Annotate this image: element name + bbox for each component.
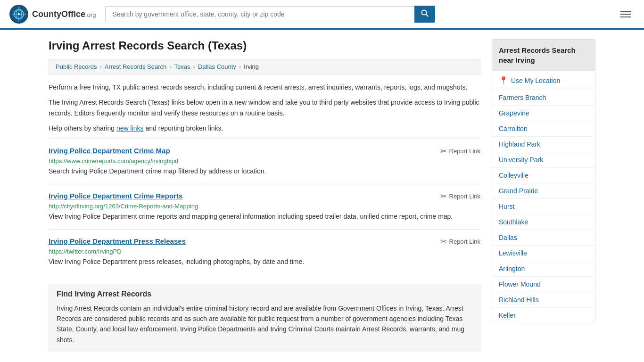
- report-link-0[interactable]: ✂ Report Link: [440, 147, 480, 156]
- use-location[interactable]: 📍 Use My Location: [492, 71, 595, 90]
- result-title-0[interactable]: Irving Police Department Crime Map: [49, 147, 170, 155]
- find-section: Find Irving Arrest Records Irving Arrest…: [49, 284, 480, 352]
- svg-point-6: [422, 10, 427, 15]
- results-container: Irving Police Department Crime Map ✂ Rep…: [49, 139, 480, 274]
- result-card: Irving Police Department Crime Map ✂ Rep…: [49, 139, 480, 184]
- result-title-2[interactable]: Irving Police Department Press Releases: [49, 237, 186, 245]
- description-3: Help others by sharing new links and rep…: [49, 123, 480, 133]
- nearby-link-5[interactable]: Colleyville: [492, 168, 595, 183]
- sidebar-list-item: Dallas: [492, 230, 595, 245]
- sidebar-list-item: Lewisville: [492, 245, 595, 261]
- result-card-header: Irving Police Department Press Releases …: [49, 237, 480, 246]
- breadcrumb-sep-4: ›: [239, 63, 241, 70]
- breadcrumb-current: Irving: [244, 63, 259, 70]
- search-input[interactable]: [105, 6, 414, 22]
- description-1: Perform a free Irving, TX public arrest …: [49, 82, 480, 92]
- nearby-link-12[interactable]: Flower Mound: [492, 277, 595, 292]
- use-location-label[interactable]: Use My Location: [511, 77, 560, 84]
- page-title: Irving Arrest Records Search (Texas): [49, 39, 480, 52]
- nearby-link-7[interactable]: Hurst: [492, 199, 595, 214]
- result-desc-2: View Irving Police Department press rele…: [49, 257, 480, 267]
- breadcrumb: Public Records › Arrest Records Search ›…: [49, 59, 480, 74]
- sidebar-list-item: Highland Park: [492, 136, 595, 152]
- nearby-link-13[interactable]: Richland Hills: [492, 292, 595, 307]
- site-header: CountyOffice.org: [0, 0, 644, 30]
- nearby-link-6[interactable]: Grand Prairie: [492, 183, 595, 198]
- menu-line-2: [620, 14, 631, 15]
- result-url-1[interactable]: http://cityofirving.org/1263/Crime-Repor…: [49, 203, 480, 210]
- report-icon-1: ✂: [440, 192, 446, 201]
- nearby-link-10[interactable]: Lewisville: [492, 246, 595, 261]
- sidebar-list-item: Keller: [492, 307, 595, 323]
- breadcrumb-sep-3: ›: [193, 63, 195, 70]
- new-links-link[interactable]: new links: [116, 124, 144, 132]
- result-card-header: Irving Police Department Crime Reports ✂…: [49, 192, 480, 201]
- sidebar-list-item: Hurst: [492, 198, 595, 214]
- breadcrumb-public-records[interactable]: Public Records: [56, 63, 97, 70]
- nearby-link-3[interactable]: Highland Park: [492, 137, 595, 152]
- nearby-link-1[interactable]: Grapevine: [492, 106, 595, 121]
- sidebar-list-item: Farmers Branch: [492, 90, 595, 105]
- nearby-link-2[interactable]: Carrollton: [492, 121, 595, 136]
- sidebar-list-item: Grand Prairie: [492, 183, 595, 198]
- menu-button[interactable]: [617, 9, 635, 19]
- search-area: [105, 6, 435, 23]
- sidebar-list-item: Carrollton: [492, 121, 595, 136]
- report-link-1[interactable]: ✂ Report Link: [440, 192, 480, 201]
- svg-point-5: [18, 13, 20, 15]
- report-link-label-1[interactable]: Report Link: [449, 193, 480, 200]
- report-link-label-2[interactable]: Report Link: [449, 238, 480, 245]
- nearby-link-4[interactable]: University Park: [492, 152, 595, 167]
- nearby-link-0[interactable]: Farmers Branch: [492, 90, 595, 105]
- desc3-post: and reporting broken links.: [144, 124, 223, 132]
- desc3-pre: Help others by sharing: [49, 124, 116, 132]
- report-icon-2: ✂: [440, 237, 446, 246]
- search-button[interactable]: [414, 6, 435, 23]
- breadcrumb-arrest-records[interactable]: Arrest Records Search: [105, 63, 167, 70]
- report-icon-0: ✂: [440, 147, 446, 156]
- report-link-label-0[interactable]: Report Link: [449, 148, 480, 155]
- result-desc-0: Search Irving Police Department crime ma…: [49, 166, 480, 176]
- sidebar-box: Arrest Records Search near Irving 📍 Use …: [492, 39, 595, 323]
- sidebar-list-item: Richland Hills: [492, 292, 595, 307]
- find-desc: Irving Arrest Records contain an individ…: [57, 303, 472, 346]
- sidebar-list-item: Southlake: [492, 214, 595, 230]
- logo-text: CountyOffice.org: [32, 9, 96, 19]
- nearby-link-11[interactable]: Arlington: [492, 261, 595, 276]
- description-2: The Irving Arrest Records Search (Texas)…: [49, 97, 480, 118]
- sidebar-list-item: Grapevine: [492, 105, 595, 121]
- menu-line-1: [620, 11, 631, 12]
- result-card: Irving Police Department Crime Reports ✂…: [49, 184, 480, 229]
- nearby-link-9[interactable]: Dallas: [492, 230, 595, 245]
- logo-area: CountyOffice.org: [9, 5, 96, 24]
- svg-line-7: [426, 15, 429, 17]
- result-title-1[interactable]: Irving Police Department Crime Reports: [49, 192, 182, 200]
- sidebar-list-item: Colleyville: [492, 167, 595, 183]
- report-link-2[interactable]: ✂ Report Link: [440, 237, 480, 246]
- breadcrumb-texas[interactable]: Texas: [174, 63, 190, 70]
- nearby-link-8[interactable]: Southlake: [492, 214, 595, 230]
- result-desc-1: View Irving Police Department crime repo…: [49, 212, 480, 222]
- result-url-2[interactable]: https://twitter.com/IrvingPD: [49, 248, 480, 255]
- result-url-0[interactable]: https://www.crimereports.com/agency/irvi…: [49, 157, 480, 165]
- menu-line-3: [620, 16, 631, 17]
- sidebar-list-item: Arlington: [492, 261, 595, 276]
- nearby-link-14[interactable]: Keller: [492, 308, 595, 323]
- breadcrumb-dallas-county[interactable]: Dallas County: [198, 63, 236, 70]
- result-card: Irving Police Department Press Releases …: [49, 229, 480, 274]
- sidebar-nearby-list: Farmers BranchGrapevineCarrolltonHighlan…: [492, 90, 595, 323]
- sidebar-list-item: Flower Mound: [492, 276, 595, 292]
- sidebar: Arrest Records Search near Irving 📍 Use …: [492, 39, 595, 351]
- breadcrumb-sep-1: ›: [99, 63, 101, 70]
- main-container: Irving Arrest Records Search (Texas) Pub…: [39, 30, 605, 361]
- result-card-header: Irving Police Department Crime Map ✂ Rep…: [49, 147, 480, 156]
- logo-icon: [9, 5, 28, 24]
- main-content: Irving Arrest Records Search (Texas) Pub…: [49, 39, 480, 351]
- sidebar-title: Arrest Records Search near Irving: [492, 40, 595, 71]
- breadcrumb-sep-2: ›: [169, 63, 171, 70]
- location-pin-icon: 📍: [499, 76, 508, 85]
- find-title: Find Irving Arrest Records: [57, 290, 472, 298]
- sidebar-list-item: University Park: [492, 152, 595, 167]
